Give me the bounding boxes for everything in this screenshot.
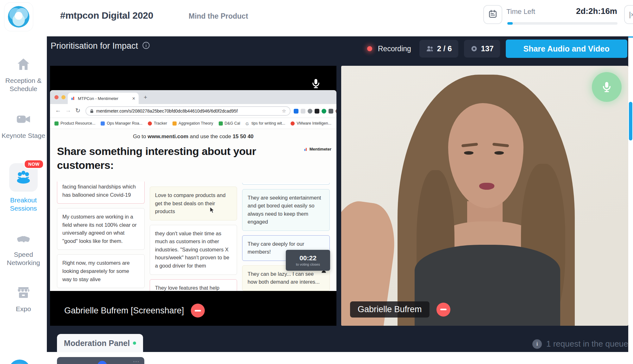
sidebar-item-breakout-sessions[interactable]: NOW Breakout Sessions	[0, 163, 47, 212]
sidebar-item-reception[interactable]: Reception & Schedule	[0, 56, 47, 93]
time-left-label: Time Left	[506, 8, 535, 16]
expo-booth-icon	[16, 285, 31, 300]
participants-icon	[426, 45, 434, 53]
participants-pill[interactable]: 2 / 6	[419, 40, 458, 58]
queue-status: i 1 request in the queue	[532, 339, 628, 349]
event-header: #mtpcon Digital 2020 Mind the Product Ti…	[47, 0, 633, 36]
event-title: #mtpcon Digital 2020	[60, 10, 153, 21]
browser-tab: MTPCon - Mentimeter ✕	[68, 93, 139, 104]
menti-note: they don't value their time as much as c…	[150, 225, 237, 275]
browser-address-bar: mentimeter.com/s/2080278a25bec70bfd0dc8b…	[85, 106, 291, 116]
menti-note: They are seeking entertainment and get b…	[242, 189, 330, 231]
recording-label: Recording	[378, 45, 411, 53]
moderation-panel-label: Moderation Panel	[64, 339, 130, 348]
online-status-dot	[133, 342, 136, 345]
viewers-count: 137	[481, 44, 494, 53]
remove-screenshare-button[interactable]	[191, 304, 205, 318]
voting-countdown: 00:22 to voting closes	[286, 250, 330, 271]
menti-note: They love features that help them get th…	[150, 279, 237, 291]
minimize-window-icon	[61, 95, 66, 99]
requester-avatar	[97, 361, 107, 364]
session-info-icon[interactable]	[142, 41, 150, 51]
sidebar-item-label: Speed Networking	[1, 250, 46, 267]
forward-icon: →	[65, 107, 71, 114]
event-logo[interactable]	[4, 3, 33, 31]
mentimeter-page: Go to www.menti.com and use the code 15 …	[50, 129, 336, 291]
mentimeter-favicon	[71, 96, 75, 101]
sidebar-item-expo[interactable]: Expo	[0, 285, 47, 313]
browser-tab-title: MTPCon - Mentimeter	[78, 96, 129, 101]
bookmark-item: Aggregation Theory	[172, 121, 213, 126]
voting-countdown-time: 00:22	[299, 254, 316, 262]
time-left-progressbar	[507, 22, 617, 25]
sidebar-item-label: Breakout Sessions	[1, 196, 46, 212]
screenshare-mic-icon	[310, 78, 322, 90]
recording-indicator-dot	[367, 46, 372, 51]
event-logo-icon	[7, 5, 31, 29]
back-icon: ←	[55, 107, 61, 114]
bookmark-item: VMware Intelligen...	[291, 121, 331, 126]
new-tab-icon: +	[144, 94, 147, 101]
microphone-icon	[600, 81, 613, 93]
calendar-icon	[488, 9, 498, 20]
scrollbar-thumb[interactable]	[629, 102, 632, 140]
collapse-icon: |›	[629, 10, 633, 19]
tab-close-icon: ✕	[132, 96, 135, 101]
viewers-icon	[470, 45, 478, 52]
now-badge: NOW	[24, 159, 44, 169]
queue-request-card[interactable]: ⋯	[57, 357, 144, 364]
home-icon	[16, 56, 31, 72]
mentimeter-logo: Mentimeter	[304, 147, 331, 151]
menti-responses-grid: facing financial hardships which has bal…	[57, 182, 330, 291]
time-left-progress-fill	[507, 22, 513, 25]
minus-icon	[440, 309, 447, 310]
menti-column: facing financial hardships which has bal…	[57, 182, 145, 291]
bookmark-item: Ops Manager Roa...	[101, 121, 142, 126]
webcam-video: Gabrielle Bufrem	[341, 66, 628, 326]
info-icon: i	[532, 339, 542, 349]
bottom-avatar-glow	[0, 334, 47, 364]
bookmarks-bar: Product Resource... Ops Manager Roa... T…	[50, 118, 336, 129]
reload-icon: ↻	[75, 107, 80, 114]
share-audio-video-button[interactable]: Share Audio and Video	[506, 40, 627, 58]
menti-instruction: Go to www.menti.com and use the code 15 …	[50, 133, 336, 140]
page-url: mentimeter.com/s/2080278a25bec70bfd0dc8b…	[96, 108, 279, 114]
viewers-pill[interactable]: 137	[464, 40, 500, 58]
shared-browser-window: MTPCon - Mentimeter ✕ + ← → ↻ mentimeter…	[50, 90, 336, 129]
sidebar-item-label: Reception & Schedule	[1, 77, 46, 93]
sidebar-item-label: Expo	[1, 305, 46, 313]
bookmark-item: Tracker	[148, 121, 167, 126]
schedule-calendar-button[interactable]	[483, 5, 502, 24]
event-subtitle: Mind the Product	[189, 12, 248, 21]
screenshare-video: MTPCon - Mentimeter ✕ + ← → ↻ mentimeter…	[50, 66, 336, 326]
menti-note-partial	[242, 183, 330, 185]
collapsed-side-panel	[628, 36, 633, 364]
queue-status-text: 1 request in the queue	[546, 339, 628, 349]
menti-column: Love to compare products and get the bes…	[150, 182, 237, 291]
session-title: Prioritisation for Impact	[51, 41, 138, 51]
close-window-icon	[54, 95, 59, 99]
screenshare-participant-name: Gabrielle Bufrem [Screenshare]	[64, 306, 184, 316]
menti-note: My customers are working in a field wher…	[57, 208, 145, 250]
lock-icon	[90, 109, 94, 113]
webcam-participant-name: Gabrielle Bufrem	[350, 301, 429, 318]
sidebar-item-label: Keynote Stage	[1, 132, 46, 140]
minus-icon	[195, 310, 201, 312]
time-left-value: 2d:2h:16m	[570, 6, 617, 16]
sidebar-item-keynote-stage[interactable]: Keynote Stage	[0, 111, 47, 140]
menti-note: facing financial hardships which has bal…	[57, 182, 145, 204]
side-panel-accent	[628, 36, 633, 38]
extension-icons: ⋮	[294, 108, 336, 114]
remove-participant-button[interactable]	[436, 303, 450, 317]
collapse-panel-button[interactable]: |›	[624, 5, 633, 24]
menti-note: Love to compare products and get the bes…	[150, 187, 237, 220]
bookmark-star-icon: ☆	[282, 108, 286, 114]
moderation-panel-tab[interactable]: Moderation Panel	[57, 334, 143, 352]
sidebar-item-speed-networking[interactable]: Speed Networking	[0, 230, 47, 267]
sidebar: Reception & Schedule Keynote Stage NOW B…	[0, 0, 47, 364]
bookmark-item: Gtips for writing wit...	[246, 121, 285, 126]
breakout-people-icon: NOW	[9, 163, 38, 192]
menti-column: They are seeking entertainment and get b…	[242, 182, 330, 291]
handshake-icon	[16, 230, 31, 246]
bookmark-item: Product Resource...	[54, 121, 95, 126]
